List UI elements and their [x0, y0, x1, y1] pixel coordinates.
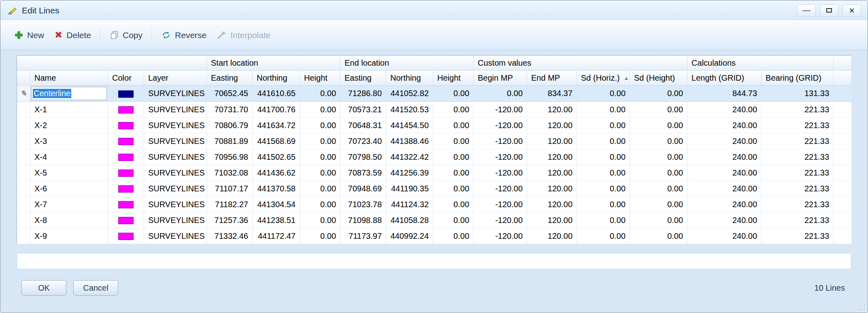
end-height-cell[interactable]: 0.00 [433, 133, 474, 149]
sd-horiz-cell[interactable]: 0.00 [577, 165, 630, 181]
bearing-grid-cell[interactable]: 221.33 [762, 118, 834, 133]
end-easting-cell[interactable]: 70873.59 [340, 165, 386, 181]
column-header-start-northing[interactable]: Northing [253, 71, 300, 86]
layer-cell[interactable]: SURVEYLINES [144, 228, 207, 244]
end-mp-cell[interactable]: 834.37 [527, 86, 577, 102]
color-cell[interactable] [108, 197, 144, 212]
table-row[interactable]: X-7SURVEYLINES71182.27441304.540.0071023… [17, 197, 852, 212]
column-header-name[interactable]: Name [30, 71, 108, 86]
group-calculations[interactable]: Calculations [687, 56, 834, 71]
group-end-location[interactable]: End location [340, 56, 474, 71]
name-cell[interactable]: X-8 [30, 212, 108, 228]
color-cell[interactable] [108, 133, 144, 149]
delete-button[interactable]: ✖ Delete [49, 27, 96, 44]
length-grid-cell[interactable]: 240.00 [687, 181, 762, 197]
start-height-cell[interactable]: 0.00 [300, 212, 340, 228]
row-indicator[interactable] [17, 102, 30, 118]
name-cell[interactable]: X-3 [30, 133, 108, 149]
layer-cell[interactable]: SURVEYLINES [144, 102, 207, 118]
end-mp-cell[interactable]: 120.00 [527, 212, 577, 228]
column-header-color[interactable]: Color [108, 71, 144, 86]
end-mp-cell[interactable]: 120.00 [527, 165, 577, 181]
start-height-cell[interactable]: 0.00 [300, 86, 340, 102]
end-easting-cell[interactable]: 71023.78 [340, 197, 386, 212]
color-cell[interactable] [108, 102, 144, 118]
begin-mp-cell[interactable]: -120.00 [474, 118, 527, 133]
color-cell[interactable] [108, 86, 144, 102]
start-easting-cell[interactable]: 71182.27 [207, 197, 253, 212]
start-northing-cell[interactable]: 441304.54 [253, 197, 300, 212]
sd-height-cell[interactable]: 0.00 [630, 102, 687, 118]
end-northing-cell[interactable]: 441256.39 [386, 165, 433, 181]
start-northing-cell[interactable]: 441502.65 [253, 149, 300, 165]
start-easting-cell[interactable]: 71107.17 [207, 181, 253, 197]
row-indicator[interactable] [17, 165, 30, 181]
bearing-grid-cell[interactable]: 221.33 [762, 181, 834, 197]
bearing-grid-cell[interactable]: 131.33 [762, 86, 834, 102]
copy-button[interactable]: Copy [105, 27, 148, 44]
column-header-begin-mp[interactable]: Begin MP [474, 71, 527, 86]
start-northing-cell[interactable]: 441568.69 [253, 133, 300, 149]
length-grid-cell[interactable]: 240.00 [687, 133, 762, 149]
layer-cell[interactable]: SURVEYLINES [144, 149, 207, 165]
end-easting-cell[interactable]: 70573.21 [340, 102, 386, 118]
end-height-cell[interactable]: 0.00 [433, 197, 474, 212]
end-mp-cell[interactable]: 120.00 [527, 133, 577, 149]
start-northing-cell[interactable]: 441610.65 [253, 86, 300, 102]
begin-mp-cell[interactable]: -120.00 [474, 102, 527, 118]
end-height-cell[interactable]: 0.00 [433, 181, 474, 197]
name-editor[interactable]: Centerline [31, 87, 107, 100]
start-easting-cell[interactable]: 71032.08 [207, 165, 253, 181]
color-cell[interactable] [108, 228, 144, 244]
sd-height-cell[interactable]: 0.00 [630, 149, 687, 165]
end-northing-cell[interactable]: 441454.50 [386, 118, 433, 133]
end-northing-cell[interactable]: 441322.42 [386, 149, 433, 165]
start-easting-cell[interactable]: 70956.98 [207, 149, 253, 165]
sd-height-cell[interactable]: 0.00 [630, 118, 687, 133]
column-header-length-grid[interactable]: Length (GRID) [687, 71, 762, 86]
new-button[interactable]: New [9, 27, 49, 44]
sd-horiz-cell[interactable]: 0.00 [577, 228, 630, 244]
group-start-location[interactable]: Start location [207, 56, 340, 71]
end-northing-cell[interactable]: 441052.82 [386, 86, 433, 102]
color-cell[interactable] [108, 212, 144, 228]
end-mp-cell[interactable]: 120.00 [527, 102, 577, 118]
name-cell[interactable]: X-6 [30, 181, 108, 197]
start-height-cell[interactable]: 0.00 [300, 118, 340, 133]
column-header-bearing-grid[interactable]: Bearing (GRID) [762, 71, 834, 86]
end-easting-cell[interactable]: 71286.80 [340, 86, 386, 102]
start-northing-cell[interactable]: 441634.72 [253, 118, 300, 133]
layer-cell[interactable]: SURVEYLINES [144, 165, 207, 181]
length-grid-cell[interactable]: 240.00 [687, 102, 762, 118]
layer-cell[interactable]: SURVEYLINES [144, 118, 207, 133]
start-northing-cell[interactable]: 441238.51 [253, 212, 300, 228]
row-indicator[interactable] [17, 118, 30, 133]
layer-cell[interactable]: SURVEYLINES [144, 133, 207, 149]
table-row[interactable]: X-8SURVEYLINES71257.36441238.510.0071098… [17, 212, 852, 228]
start-height-cell[interactable]: 0.00 [300, 133, 340, 149]
sd-horiz-cell[interactable]: 0.00 [577, 212, 630, 228]
end-mp-cell[interactable]: 120.00 [527, 181, 577, 197]
row-indicator[interactable] [17, 181, 30, 197]
row-indicator[interactable] [17, 149, 30, 165]
begin-mp-cell[interactable]: 0.00 [474, 86, 527, 102]
end-northing-cell[interactable]: 441124.32 [386, 197, 433, 212]
end-northing-cell[interactable]: 441388.46 [386, 133, 433, 149]
table-row[interactable]: X-5SURVEYLINES71032.08441436.620.0070873… [17, 165, 852, 181]
color-cell[interactable] [108, 165, 144, 181]
end-height-cell[interactable]: 0.00 [433, 212, 474, 228]
color-cell[interactable] [108, 149, 144, 165]
end-easting-cell[interactable]: 71098.88 [340, 212, 386, 228]
start-height-cell[interactable]: 0.00 [300, 149, 340, 165]
start-northing-cell[interactable]: 441370.58 [253, 181, 300, 197]
start-easting-cell[interactable]: 70731.70 [207, 102, 253, 118]
end-height-cell[interactable]: 0.00 [433, 118, 474, 133]
table-row[interactable]: X-6SURVEYLINES71107.17441370.580.0070948… [17, 181, 852, 197]
sd-horiz-cell[interactable]: 0.00 [577, 149, 630, 165]
name-cell[interactable]: X-1 [30, 102, 108, 118]
sd-height-cell[interactable]: 0.00 [630, 86, 687, 102]
start-northing-cell[interactable]: 441436.62 [253, 165, 300, 181]
length-grid-cell[interactable]: 844.73 [687, 86, 762, 102]
column-header-end-height[interactable]: Height [433, 71, 474, 86]
bearing-grid-cell[interactable]: 221.33 [762, 165, 834, 181]
